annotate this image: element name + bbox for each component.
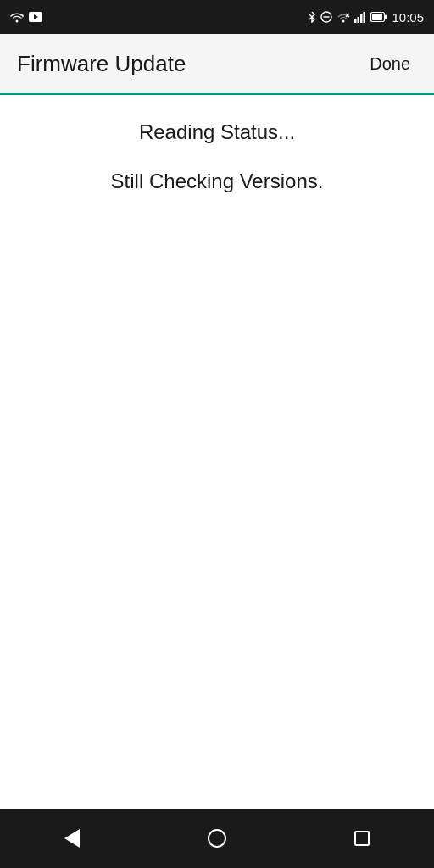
home-icon <box>208 829 226 848</box>
reading-status-text: Reading Status... <box>17 120 417 144</box>
wifi-x-icon <box>337 12 350 23</box>
svg-point-6 <box>342 19 345 22</box>
recents-icon <box>354 831 370 846</box>
svg-rect-15 <box>385 15 387 19</box>
app-bar-title: Firmware Update <box>17 51 186 77</box>
main-content: Reading Status... Still Checking Version… <box>0 95 434 219</box>
status-time: 10:05 <box>392 10 424 25</box>
nav-home-button[interactable] <box>192 813 242 864</box>
done-button[interactable]: Done <box>363 47 417 81</box>
back-icon <box>64 829 80 848</box>
svg-rect-12 <box>364 12 366 23</box>
nav-back-button[interactable] <box>47 813 97 864</box>
svg-point-0 <box>16 19 19 22</box>
youtube-icon <box>29 12 42 22</box>
status-bar-left: ? <box>10 12 42 23</box>
svg-rect-10 <box>358 17 360 23</box>
svg-rect-9 <box>354 19 357 23</box>
status-bar: ? <box>0 0 434 34</box>
nav-recents-button[interactable] <box>337 813 387 864</box>
bluetooth-icon <box>308 11 316 23</box>
do-not-disturb-icon <box>320 11 332 23</box>
nav-bar <box>0 809 434 868</box>
app-bar: Firmware Update Done <box>0 34 434 95</box>
wifi-question-icon: ? <box>10 12 24 23</box>
svg-text:?: ? <box>20 14 24 19</box>
svg-rect-11 <box>360 14 363 23</box>
signal-icon <box>354 12 366 23</box>
checking-versions-text: Still Checking Versions. <box>17 170 417 193</box>
status-bar-right: 10:05 <box>308 10 424 25</box>
svg-rect-14 <box>372 14 382 20</box>
battery-icon <box>370 12 387 22</box>
